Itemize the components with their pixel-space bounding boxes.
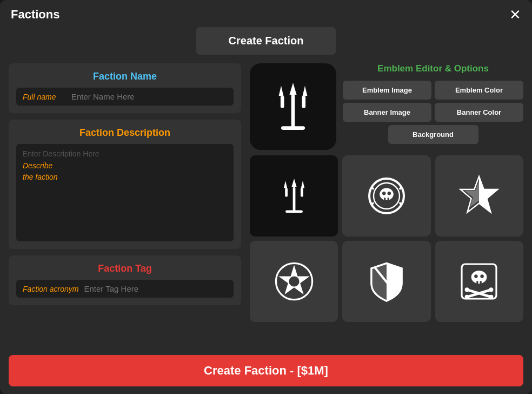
svg-point-11 xyxy=(382,192,385,195)
banner-color-button[interactable]: Banner Color xyxy=(435,103,523,122)
svg-rect-0 xyxy=(291,95,295,128)
skull-crossbones-icon xyxy=(457,260,501,303)
create-faction-tab[interactable]: Create Faction xyxy=(196,27,336,55)
svg-point-36 xyxy=(489,295,494,299)
faction-tag-input-row: Faction acronym xyxy=(16,280,234,298)
create-faction-button[interactable]: Create Faction - [$1M] xyxy=(9,355,523,386)
close-button[interactable]: ✕ xyxy=(509,8,521,22)
right-panel: Emblem Editor & Options Emblem Image Emb… xyxy=(250,63,523,350)
trident-icon xyxy=(272,174,316,218)
faction-description-section: Faction Description Enter Description He… xyxy=(9,120,241,249)
svg-point-35 xyxy=(465,295,469,299)
svg-point-27 xyxy=(475,274,478,278)
emblem-item-nautical-star[interactable] xyxy=(435,155,523,237)
emblems-grid xyxy=(250,155,523,322)
create-faction-header: Create Faction xyxy=(0,27,532,63)
banner-image-button[interactable]: Banner Image xyxy=(343,103,431,122)
svg-rect-29 xyxy=(477,281,478,284)
svg-point-33 xyxy=(465,287,469,292)
svg-rect-14 xyxy=(388,198,389,200)
svg-point-23 xyxy=(289,276,299,286)
modal-header: Factions ✕ xyxy=(0,0,532,27)
faction-tag-input[interactable] xyxy=(84,284,227,293)
svg-rect-4 xyxy=(292,187,295,211)
faction-name-section: Faction Name Full name xyxy=(9,63,241,113)
emblem-item-skull-crossbones[interactable] xyxy=(435,241,523,322)
skull-ring-icon xyxy=(365,174,408,218)
emblem-item-trident[interactable] xyxy=(250,155,338,237)
svg-rect-3 xyxy=(281,126,305,130)
svg-point-34 xyxy=(489,287,494,292)
svg-rect-5 xyxy=(285,188,288,197)
left-panel: Faction Name Full name Faction Descripti… xyxy=(9,63,241,350)
preview-trident-icon xyxy=(263,77,323,136)
svg-rect-30 xyxy=(480,281,482,284)
full-name-label: Full name xyxy=(23,93,66,101)
faction-description-box: Enter Description Here Describe the fact… xyxy=(16,144,234,241)
svg-point-10 xyxy=(380,188,394,200)
emblem-editor-title: Emblem Editor & Options xyxy=(343,63,523,74)
emblem-item-shield[interactable] xyxy=(342,241,430,322)
svg-rect-1 xyxy=(281,96,284,108)
svg-rect-7 xyxy=(285,210,303,213)
emblem-preview xyxy=(250,63,336,150)
svg-point-12 xyxy=(388,192,391,195)
emblem-image-button[interactable]: Emblem Image xyxy=(343,81,431,100)
shield-icon xyxy=(365,260,408,303)
faction-name-input[interactable] xyxy=(71,92,227,101)
options-grid: Emblem Image Emblem Color Banner Image B… xyxy=(343,81,523,144)
modal-body: Faction Name Full name Faction Descripti… xyxy=(0,63,532,350)
faction-description-title: Faction Description xyxy=(16,127,234,139)
faction-tag-section: Faction Tag Faction acronym xyxy=(9,255,241,305)
factions-modal: Factions ✕ Create Faction Faction Name F… xyxy=(0,0,532,394)
modal-footer: Create Faction - [$1M] xyxy=(0,350,532,394)
description-placeholder-main: Enter Description Here xyxy=(23,149,227,158)
faction-name-input-row: Full name xyxy=(16,88,234,106)
svg-rect-2 xyxy=(302,96,306,108)
modal-title: Factions xyxy=(11,8,59,22)
emblem-top: Emblem Editor & Options Emblem Image Emb… xyxy=(250,63,523,150)
emblem-item-circle-star[interactable] xyxy=(250,241,338,322)
emblems-grid-container[interactable] xyxy=(250,155,523,350)
nautical-star-icon xyxy=(457,174,501,218)
faction-acronym-label: Faction acronym xyxy=(23,285,78,293)
background-button[interactable]: Background xyxy=(388,125,478,144)
faction-name-title: Faction Name xyxy=(16,71,234,82)
svg-point-28 xyxy=(481,274,484,278)
faction-tag-title: Faction Tag xyxy=(16,263,234,274)
emblem-color-button[interactable]: Emblem Color xyxy=(435,81,523,100)
svg-rect-6 xyxy=(301,188,303,197)
svg-point-26 xyxy=(471,271,487,284)
emblem-item-skull-ring[interactable] xyxy=(342,155,430,237)
svg-rect-13 xyxy=(384,198,385,200)
description-placeholder-italic: Describe the faction xyxy=(23,160,227,183)
circle-star-icon xyxy=(272,260,316,303)
emblem-options: Emblem Editor & Options Emblem Image Emb… xyxy=(343,63,523,150)
